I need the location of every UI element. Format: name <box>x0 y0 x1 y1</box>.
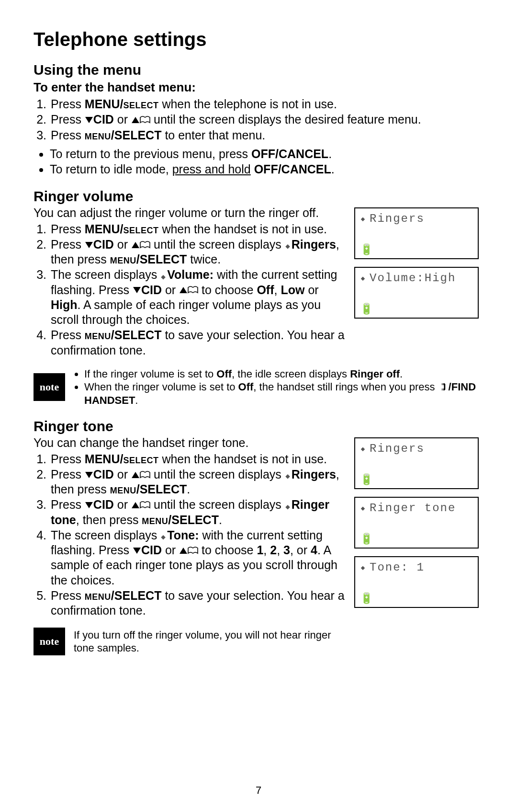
heading-ringer-tone: Ringer tone <box>34 418 483 435</box>
ringer-volume-intro: You can adjust the ringer volume or turn… <box>34 206 345 220</box>
battery-icon: 🔋 <box>360 243 374 256</box>
lcd-text: Tone: 1 <box>370 561 425 574</box>
list-item: Press menu/SELECT to enter that menu. <box>50 128 483 143</box>
note-label: note <box>34 628 65 655</box>
phonebook-icon <box>140 116 150 124</box>
note-item: If the ringer volume is set to Off, the … <box>84 367 483 381</box>
handset-icon: 🕽 <box>438 381 449 393</box>
using-menu-bullets: To return to the previous menu, press OF… <box>34 147 483 177</box>
manual-page: Telephone settings Using the menu To ent… <box>0 0 517 812</box>
list-item: Press MENU/select when the handset is no… <box>50 452 345 467</box>
battery-icon: 🔋 <box>360 473 374 486</box>
up-arrow-icon <box>132 472 139 478</box>
lcd-screen-ringers: ⬥Ringers 🔋 <box>354 207 479 259</box>
battery-icon: 🔋 <box>360 592 374 605</box>
down-arrow-icon <box>85 242 93 248</box>
list-item: Press CID or until the screen displays ⬥… <box>50 467 345 497</box>
list-item: Press menu/SELECT to save your selection… <box>50 588 345 618</box>
lcd-text: Volume:High <box>370 272 456 285</box>
lcd-screen-tone: ⬥Tone: 1 🔋 <box>354 556 479 608</box>
battery-icon: 🔋 <box>360 303 374 316</box>
battery-icon: 🔋 <box>360 533 374 546</box>
phonebook-icon <box>188 547 198 554</box>
list-item: To return to idle mode, press and hold O… <box>50 162 483 177</box>
ringer-volume-steps: Press MENU/select when the handset is no… <box>34 222 345 358</box>
list-item: Press CID or until the screen displays t… <box>50 112 483 127</box>
down-arrow-icon <box>85 117 93 123</box>
lcd-screen-ringer-tone: ⬥Ringer tone 🔋 <box>354 497 479 549</box>
phonebook-icon <box>140 471 150 479</box>
up-arrow-icon <box>132 242 139 248</box>
list-item: Press MENU/select when the telephone is … <box>50 97 483 112</box>
lcd-text: Ringer tone <box>370 502 456 515</box>
list-item: Press CID or until the screen displays ⬥… <box>50 237 345 267</box>
heading-ringer-volume: Ringer volume <box>34 188 483 205</box>
phonebook-icon <box>140 501 150 509</box>
list-item: To return to the previous menu, press OF… <box>50 147 483 161</box>
note-ringer-volume: note If the ringer volume is set to Off,… <box>34 367 483 407</box>
up-arrow-icon <box>132 117 139 123</box>
note-label: note <box>34 373 65 401</box>
down-arrow-icon <box>133 548 141 554</box>
page-number: 7 <box>0 784 517 797</box>
using-menu-steps: Press MENU/select when the telephone is … <box>34 97 483 143</box>
lcd-text: Ringers <box>370 212 425 225</box>
note-text: If you turn off the ringer volume, you w… <box>74 629 342 655</box>
note-item: When the ringer volume is set to Off, th… <box>84 380 483 407</box>
lcd-text: Ringers <box>370 442 425 455</box>
phonebook-icon <box>188 286 198 294</box>
subheading-enter-menu: To enter the handset menu: <box>34 80 483 95</box>
list-item: The screen displays ⬥Volume: with the cu… <box>50 267 345 327</box>
page-title: Telephone settings <box>34 29 483 50</box>
note-ringer-tone: note If you turn off the ringer volume, … <box>34 628 483 655</box>
heading-using-menu: Using the menu <box>34 62 483 78</box>
ringer-tone-intro: You can change the handset ringer tone. <box>34 435 345 450</box>
down-arrow-icon <box>133 287 141 293</box>
list-item: Press MENU/select when the handset is no… <box>50 222 345 237</box>
lcd-screen-volume: ⬥Volume:High 🔋 <box>354 267 479 319</box>
down-arrow-icon <box>85 502 93 508</box>
phonebook-icon <box>140 241 150 249</box>
up-arrow-icon <box>180 287 187 293</box>
ringer-tone-steps: Press MENU/select when the handset is no… <box>34 452 345 618</box>
down-arrow-icon <box>85 472 93 478</box>
list-item: Press CID or until the screen displays ⬥… <box>50 497 345 527</box>
list-item: The screen displays ⬥Tone: with the curr… <box>50 528 345 588</box>
list-item: Press menu/SELECT to save your selection… <box>50 328 345 358</box>
up-arrow-icon <box>180 548 187 554</box>
up-arrow-icon <box>132 502 139 508</box>
lcd-screen-ringers: ⬥Ringers 🔋 <box>354 437 479 489</box>
